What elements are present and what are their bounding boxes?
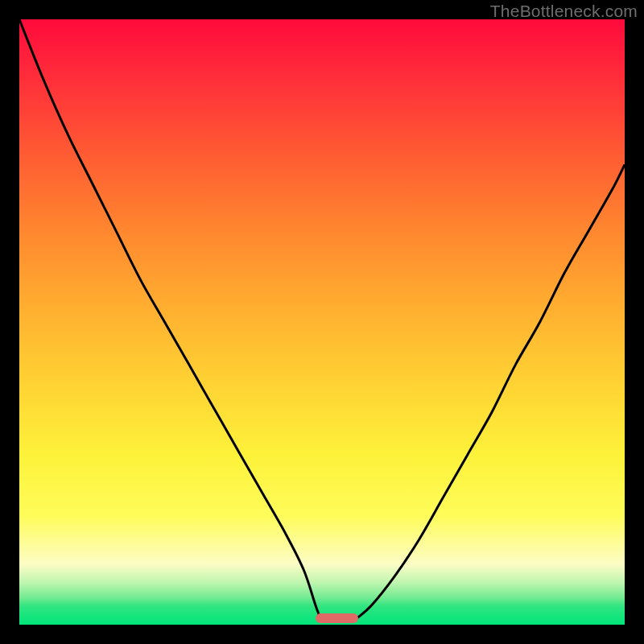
bottleneck-curve xyxy=(19,19,625,625)
sweet-spot-marker xyxy=(316,613,358,623)
watermark-label: TheBottleneck.com xyxy=(490,2,638,21)
plot-area xyxy=(19,19,625,625)
curve-right xyxy=(353,165,625,622)
curve-left xyxy=(19,19,322,621)
chart-frame: TheBottleneck.com xyxy=(0,0,644,644)
